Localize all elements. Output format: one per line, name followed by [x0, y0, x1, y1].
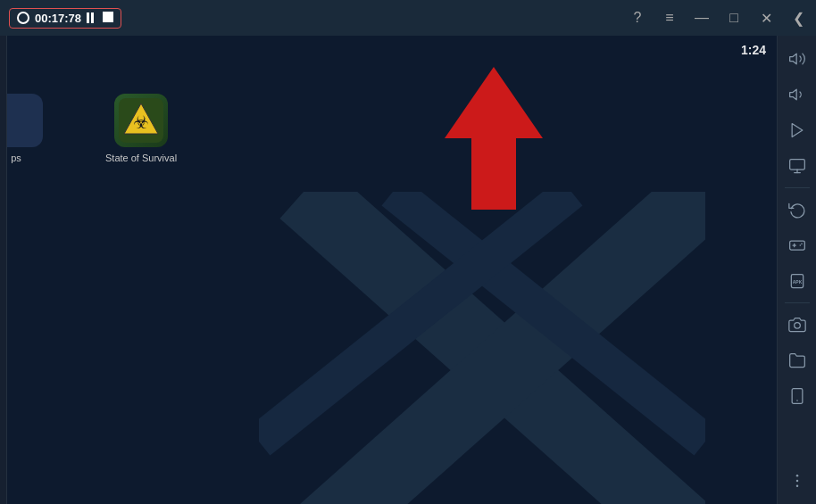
- big-arrow: [445, 67, 543, 210]
- partial-app-container[interactable]: ps: [7, 94, 43, 163]
- arrow-head: [445, 67, 543, 138]
- svg-text:☣: ☣: [133, 112, 149, 132]
- recording-badge[interactable]: 00:17:78: [9, 8, 121, 29]
- play-icon[interactable]: [781, 114, 813, 146]
- svg-point-22: [795, 480, 798, 483]
- screen-icon[interactable]: [781, 150, 813, 182]
- svg-rect-19: [792, 389, 803, 404]
- right-sidebar: APK: [777, 36, 816, 504]
- svg-point-21: [795, 475, 798, 477]
- more-icon[interactable]: [781, 465, 813, 497]
- close-button[interactable]: ✕: [755, 7, 777, 29]
- title-bar: 00:17:78 ? ≡ — □ ✕ ❮: [0, 0, 816, 36]
- svg-text:APK: APK: [792, 279, 802, 285]
- camera-icon[interactable]: [781, 309, 813, 341]
- content-area: 1:24 ps ☣ State of: [7, 36, 777, 504]
- main-area: 1:24 ps ☣ State of: [0, 36, 816, 504]
- apk-icon[interactable]: APK: [781, 265, 813, 297]
- state-of-survival-app[interactable]: ☣ State of Survival: [105, 94, 177, 163]
- recording-time: 00:17:78: [35, 12, 81, 25]
- svg-rect-11: [789, 241, 804, 250]
- svg-point-15: [801, 244, 803, 245]
- maximize-button[interactable]: □: [723, 7, 745, 29]
- svg-marker-7: [792, 124, 803, 137]
- folder-icon[interactable]: [781, 344, 813, 376]
- window-controls: ? ≡ — □ ✕ ❮: [627, 7, 809, 29]
- svg-point-18: [794, 323, 800, 329]
- pause-button[interactable]: [87, 12, 94, 23]
- rotate-icon[interactable]: [781, 194, 813, 226]
- svg-point-14: [799, 244, 801, 246]
- phone-icon[interactable]: [781, 380, 813, 412]
- gamepad-icon[interactable]: [781, 229, 813, 261]
- sidebar-divider-1: [785, 187, 810, 188]
- stop-button[interactable]: [103, 12, 113, 22]
- menu-button[interactable]: ≡: [659, 7, 680, 29]
- sidebar-divider-2: [785, 302, 810, 303]
- volume-high-icon[interactable]: [781, 43, 813, 75]
- volume-low-icon[interactable]: [781, 78, 813, 111]
- state-of-survival-icon: ☣: [114, 94, 168, 147]
- minimize-button[interactable]: —: [691, 7, 712, 29]
- back-button[interactable]: ❮: [787, 7, 809, 29]
- timestamp: 1:24: [741, 43, 766, 57]
- record-icon: [17, 12, 29, 24]
- svg-rect-8: [789, 160, 804, 170]
- left-panel: [0, 36, 7, 504]
- svg-point-23: [795, 485, 798, 488]
- arrow-shaft: [471, 138, 516, 210]
- partial-app-label: ps: [11, 153, 21, 163]
- state-of-survival-label: State of Survival: [105, 153, 177, 163]
- help-button[interactable]: ?: [627, 7, 648, 29]
- partial-app-icon: [7, 94, 43, 147]
